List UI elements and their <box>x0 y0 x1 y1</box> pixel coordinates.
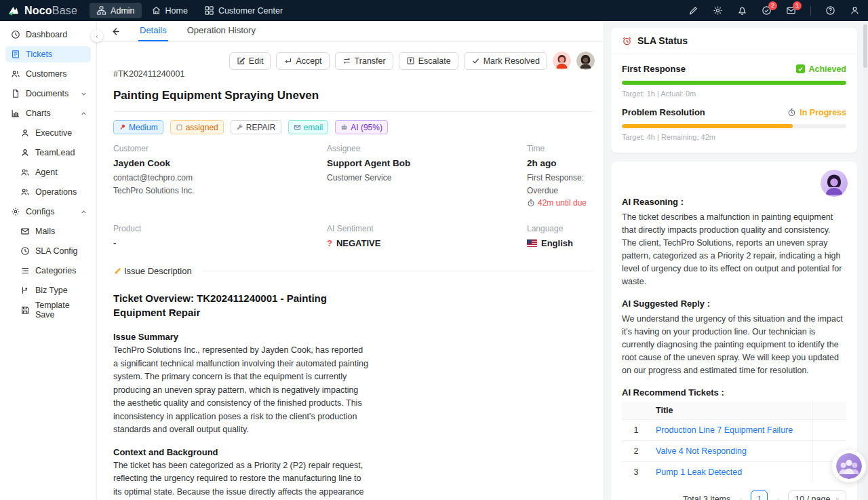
sidebar-item-biz-type[interactable]: Biz Type <box>5 282 91 299</box>
sidebar-item-categories[interactable]: Categories <box>5 263 91 279</box>
save-icon <box>20 305 30 315</box>
table-row: 3 Pump 1 Leak Detected <box>622 462 846 483</box>
nocobase-logo-icon <box>7 4 20 18</box>
sidebar-collapse-handle[interactable]: ‹ <box>91 30 103 42</box>
sidebar-item-agent[interactable]: Agent <box>5 164 91 180</box>
back-arrow-icon[interactable] <box>111 26 121 37</box>
ai-assistant-avatar <box>821 170 848 197</box>
ticket-title: Painting Equipment Spraying Uneven <box>113 89 593 112</box>
ai-recommend-label: AI Recommend Tickets : <box>622 387 846 398</box>
customer-email: contact@techpro.com <box>113 172 327 185</box>
page-scrollbar[interactable] <box>863 21 868 500</box>
sla-card-title: SLA Status <box>637 35 688 46</box>
mail-icon-wrap[interactable]: 1 <box>786 5 796 16</box>
sla-status-card: SLA Status First Response Achieved Targe… <box>611 28 857 153</box>
sidebar-item-operations[interactable]: Operations <box>5 184 91 200</box>
mark-resolved-button[interactable]: Mark Resolved <box>464 52 547 70</box>
nav-item-label: Customer Center <box>218 6 283 16</box>
accept-button[interactable]: Accept <box>276 52 329 70</box>
sla-progress-track <box>622 124 846 128</box>
button-label: Transfer <box>355 56 386 66</box>
sidebar-item-teamlead[interactable]: TeamLead <box>5 145 91 161</box>
divider-line <box>203 271 593 271</box>
tab-details[interactable]: Details <box>138 21 168 41</box>
memo-icon <box>113 267 123 276</box>
gear-icon[interactable] <box>713 5 723 16</box>
field-product: Product - <box>113 224 327 248</box>
sidebar-item-mails[interactable]: Mails <box>5 223 91 239</box>
pushpin-icon <box>119 123 126 131</box>
sidebar-item-dashboard[interactable]: Dashboard <box>5 26 91 43</box>
description-paragraph: TechPro Solutions Inc., represented by J… <box>113 344 370 437</box>
agent-avatar[interactable] <box>553 52 571 70</box>
navbar-divider <box>810 6 811 16</box>
ticket-link[interactable]: Production Line 7 Equipment Failure <box>656 425 793 435</box>
bell-icon[interactable] <box>737 5 747 16</box>
recommend-tickets-table: Title 1 Production Line 7 Equipment Fail… <box>622 402 846 482</box>
scrollbar-thumb[interactable] <box>863 24 867 68</box>
transfer-button[interactable]: Transfer <box>335 52 393 70</box>
language-text: English <box>541 238 573 248</box>
ticket-link[interactable]: Valve 4 Not Responding <box>656 446 747 456</box>
sidebar-item-tickets[interactable]: Tickets <box>5 46 91 62</box>
ai-insights-card: AI Reasoning : The ticket describes a ma… <box>611 161 857 500</box>
ai-reply-label: AI Suggested Reply : <box>622 299 846 309</box>
sidebar-item-charts[interactable]: Charts <box>5 105 91 121</box>
group-avatar-image <box>836 453 862 479</box>
sla-metric-name: First Response <box>622 64 686 74</box>
list-icon <box>20 266 30 275</box>
status-tag[interactable]: assigned <box>170 120 224 134</box>
page-size-select[interactable]: 10 / page ∨ <box>788 491 846 500</box>
sidebar-item-label: Tickets <box>26 50 52 59</box>
field-label: AI Sentiment <box>327 224 527 233</box>
sidebar-item-template-save[interactable]: Template Save <box>5 302 91 318</box>
sla-status-in-progress: In Progress <box>787 108 846 117</box>
edit-button[interactable]: Edit <box>229 52 271 70</box>
escalate-button[interactable]: Escalate <box>399 52 458 70</box>
title-column-header: Title <box>650 402 812 420</box>
nav-item-customer-center[interactable]: Customer Center <box>197 3 290 18</box>
wrench-icon <box>236 123 243 131</box>
channel-tag[interactable]: email <box>288 120 329 134</box>
field-label: Customer <box>113 144 327 153</box>
agent-avatar-2[interactable] <box>576 52 595 70</box>
sidebar-item-sla-config[interactable]: SLA Config <box>5 243 91 259</box>
user-icon[interactable] <box>850 5 860 16</box>
sidebar-item-label: Template Save <box>35 301 87 320</box>
sidebar-item-label: Mails <box>35 227 55 236</box>
enter-icon <box>283 56 292 65</box>
page-number[interactable]: 1 <box>751 491 768 500</box>
chevron-down-icon: ∨ <box>835 496 840 500</box>
sidebar-item-customers[interactable]: Customers <box>5 66 91 82</box>
button-label: Mark Resolved <box>484 56 540 66</box>
due-text: 42m until due <box>538 198 587 208</box>
category-tag[interactable]: REPAIR <box>231 120 281 134</box>
highlighter-icon[interactable] <box>688 5 698 16</box>
sidebar-item-documents[interactable]: Documents <box>5 85 91 102</box>
prev-page-arrow[interactable]: ‹ <box>736 495 745 500</box>
tab-operation-history[interactable]: Operation History <box>186 21 257 41</box>
ticket-actions: Edit Accept Transfer Escalate Mark Resol… <box>229 52 595 70</box>
nocobase-logo[interactable]: NocoBase <box>7 4 77 18</box>
sidebar-item-executive[interactable]: Executive <box>5 125 91 141</box>
sidebar-item-label: Executive <box>35 128 72 138</box>
next-page-arrow[interactable]: › <box>773 495 783 500</box>
branch-icon <box>20 286 30 295</box>
ticket-link[interactable]: Pump 1 Leak Detected <box>656 467 742 477</box>
tasks-icon-wrap[interactable]: 2 <box>762 5 772 16</box>
row-empty-cell <box>812 420 846 441</box>
ai-avatar-image <box>821 170 848 197</box>
ai-confidence-tag[interactable]: AI (95%) <box>335 120 388 134</box>
table-row: 1 Production Line 7 Equipment Failure <box>622 420 846 441</box>
help-icon[interactable] <box>825 5 835 16</box>
sidebar-item-configs[interactable]: Configs <box>5 204 91 220</box>
chevron-up-icon <box>81 209 87 215</box>
nav-item-home[interactable]: Home <box>144 3 195 18</box>
sidebar-item-label: SLA Config <box>35 246 78 256</box>
document-icon <box>11 89 20 98</box>
sla-card-body: First Response Achieved Target: 1h | Act… <box>611 54 857 153</box>
priority-tag[interactable]: Medium <box>113 120 163 134</box>
field-label: Time <box>527 144 593 153</box>
nav-item-admin[interactable]: Admin <box>90 3 141 18</box>
floating-contacts-widget[interactable] <box>832 450 866 482</box>
